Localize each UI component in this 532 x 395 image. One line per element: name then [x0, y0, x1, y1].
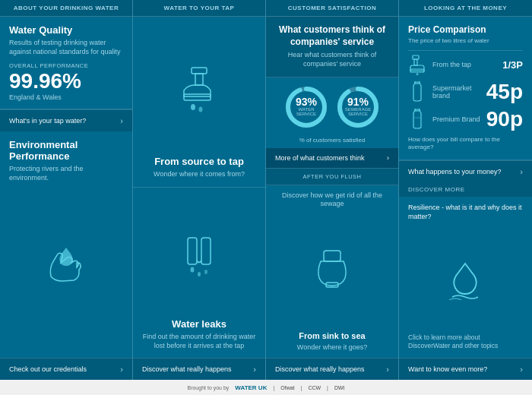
- water-service-stat: 93% WATER SERVICE: [284, 85, 328, 129]
- water-pct-value: 93%: [296, 96, 318, 107]
- water-leaks-sub: Find out the amount of drinking water lo…: [142, 333, 256, 350]
- region-label: England & Wales: [9, 93, 123, 101]
- arrow-icon-2: ›: [120, 365, 123, 374]
- discover-more-sub: Click to learn more about DiscoverWater …: [408, 333, 523, 350]
- arrow-icon-6: ›: [520, 167, 523, 176]
- arrow-icon-3: ›: [253, 365, 256, 374]
- know-even-more-btn[interactable]: Want to know even more? ›: [399, 358, 532, 380]
- water-leaks-title: Water leaks: [172, 318, 226, 330]
- source-tap-sub: Wonder where it comes from?: [154, 170, 245, 179]
- discover-happens-btn[interactable]: Discover what really happens ›: [133, 358, 265, 380]
- pct-customers-label: % of customers satisfied: [266, 137, 398, 148]
- env-perf-subtitle: Protecting rivers and the environment.: [9, 165, 123, 182]
- discover-flush-btn[interactable]: Discover what really happens ›: [266, 358, 398, 380]
- premium-price-label: Premium Brand: [432, 115, 480, 123]
- toilet-icon: [313, 249, 351, 291]
- col1-header: ABOUT YOUR DRINKING WATER: [0, 0, 132, 17]
- what-happens-money-btn[interactable]: What happens to your money? ›: [399, 160, 532, 182]
- footer-divider-2: |: [301, 385, 302, 390]
- water-quality-subtitle: Results of testing drinking water agains…: [9, 39, 123, 56]
- bill-compare-note: How does your bill compare to the averag…: [408, 136, 523, 152]
- footer-logo-4: DWI: [334, 385, 345, 390]
- svg-point-7: [191, 267, 195, 273]
- water-quality-title: Water Quality: [9, 24, 123, 36]
- water-service-label: WATER SERVICE: [296, 107, 318, 117]
- price-comparison-title: Price Comparison: [408, 24, 523, 35]
- discover-more-header: DISCOVER MORE: [399, 182, 532, 197]
- col4-header: LOOKING AT THE MONEY: [399, 0, 532, 17]
- overall-perf-label: OVERALL PERFORMANCE: [9, 62, 123, 69]
- tap-price-icon: [408, 54, 426, 75]
- svg-rect-5: [188, 238, 197, 264]
- source-tap-title: From source to tap: [154, 156, 244, 167]
- premium-bottle-icon: [408, 109, 426, 130]
- price-row-supermarket: Supermarket brand 45p: [408, 81, 523, 103]
- hand-drop-icon-container: [9, 183, 123, 351]
- pipes-icon-container: [173, 195, 226, 318]
- drop-waves-icon-container: [408, 228, 523, 333]
- more-customers-btn[interactable]: More of what customers think ›: [266, 148, 398, 168]
- col2-header: WATER TO YOUR TAP: [133, 0, 265, 17]
- footer-logo-3: CCW: [308, 385, 321, 390]
- svg-point-4: [199, 106, 203, 112]
- discover-more-text: Resilience - what is it and why does it …: [408, 203, 523, 222]
- hand-drop-icon: [43, 246, 89, 288]
- footer: Brought to you by WATER UK | Ofwat | CCW…: [0, 380, 532, 395]
- tap-water-btn[interactable]: What's in your tap water? ›: [0, 109, 132, 131]
- flush-text: Discover how we get rid of all the sewag…: [275, 191, 389, 209]
- svg-point-3: [191, 104, 195, 110]
- arrow-icon-5: ›: [386, 365, 389, 374]
- tap-icon-container: [169, 24, 230, 156]
- svg-point-9: [198, 272, 201, 276]
- sewerage-service-donut: 91% SEWERAGE SERVICE: [336, 85, 380, 129]
- footer-logo-1: WATER UK: [235, 384, 267, 391]
- faucet-icon: [169, 60, 230, 121]
- svg-rect-17: [414, 59, 417, 65]
- supermarket-price-label: Supermarket brand: [432, 84, 480, 100]
- credentials-btn[interactable]: Check out our credentials ›: [0, 358, 132, 380]
- footer-logo-2: Ofwat: [280, 385, 294, 390]
- sink-sea-sub: Wonder where it goes?: [297, 343, 367, 352]
- env-perf-title: Environmental Performance: [9, 139, 123, 162]
- footer-label: Brought to you by: [187, 385, 229, 390]
- circles-row: 93% WATER SERVICE: [266, 77, 398, 137]
- svg-rect-6: [201, 238, 211, 264]
- svg-point-8: [204, 270, 207, 274]
- svg-rect-1: [195, 74, 203, 85]
- arrow-icon: ›: [120, 116, 123, 125]
- svg-rect-16: [413, 55, 419, 59]
- after-flush-header: AFTER YOU FLUSH: [275, 173, 389, 180]
- price-row-premium: Premium Brand 90p: [408, 109, 523, 130]
- svg-point-19: [416, 73, 419, 75]
- svg-rect-0: [192, 68, 207, 74]
- water-service-donut: 93% WATER SERVICE: [284, 85, 328, 129]
- sewerage-service-label: SEWERAGE SERVICE: [345, 107, 372, 117]
- footer-divider-3: |: [327, 385, 328, 390]
- bottle-price-icon: [408, 81, 426, 103]
- sewerage-pct-value: 91%: [345, 96, 372, 107]
- drop-waves-icon: [445, 262, 486, 300]
- col3-header: CUSTOMER SATISFACTION: [266, 0, 398, 17]
- tap-price-label: From the tap: [432, 61, 496, 68]
- svg-rect-2: [184, 94, 211, 100]
- supermarket-price-value: 45p: [486, 81, 523, 103]
- toilet-icon-container: [313, 209, 351, 331]
- svg-rect-14: [324, 251, 340, 261]
- arrow-icon-4: ›: [387, 154, 389, 162]
- price-row-tap: From the tap 1/3P: [408, 54, 523, 75]
- sewerage-service-stat: 91% SEWERAGE SERVICE: [336, 85, 380, 129]
- footer-divider: |: [273, 385, 274, 390]
- sat-sub: Hear what customers think of companies' …: [275, 51, 389, 68]
- tap-price-value: 1/3P: [502, 60, 523, 70]
- pipes-icon: [173, 230, 226, 283]
- sat-title: What customers think of companies' servi…: [275, 24, 389, 48]
- arrow-icon-7: ›: [520, 365, 523, 374]
- sink-sea-title: From sink to sea: [299, 331, 365, 340]
- performance-number: 99.96%: [9, 71, 123, 92]
- premium-price-value: 90p: [486, 109, 523, 130]
- price-comparison-sub: The price of two litres of water: [408, 37, 523, 44]
